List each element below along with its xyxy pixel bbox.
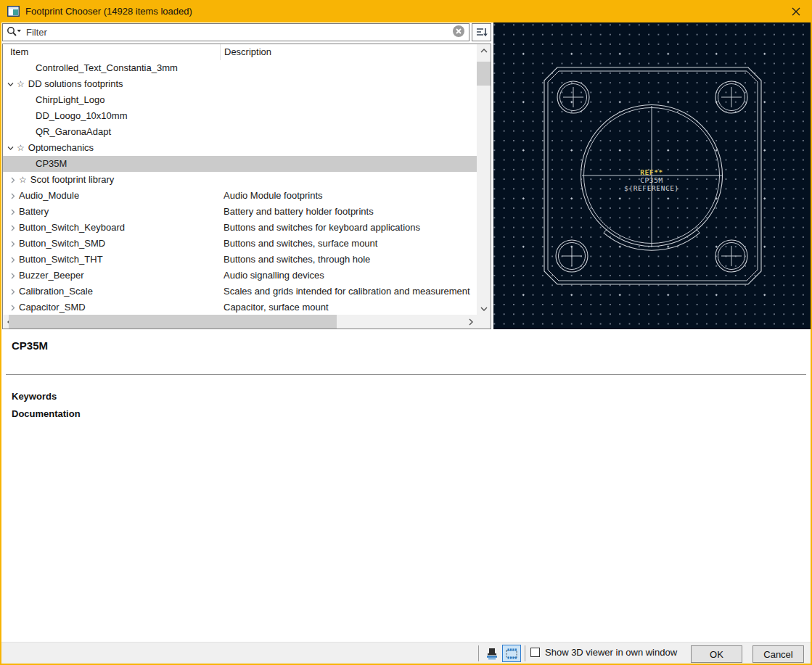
window-title: Footprint Chooser (14928 items loaded) bbox=[25, 6, 192, 17]
chevron-down-icon[interactable] bbox=[6, 144, 15, 153]
item-description: Scales and grids intended for calibratio… bbox=[223, 284, 477, 300]
list-header: Item Description bbox=[3, 44, 477, 60]
list-item[interactable]: ☆DD solutions footprints bbox=[3, 76, 477, 92]
3d-viewer-button[interactable] bbox=[483, 645, 501, 662]
chevron-right-icon[interactable] bbox=[8, 303, 17, 313]
item-label: Button_Switch_Keyboard bbox=[19, 220, 125, 236]
item-label: Buzzer_Beeper bbox=[19, 268, 84, 284]
column-header-item[interactable]: Item bbox=[10, 46, 28, 57]
divider bbox=[6, 374, 806, 375]
fp-value-label: ${REFERENCE} bbox=[624, 184, 679, 192]
list-item[interactable]: Capacitor_SMDCapacitor, surface mount bbox=[3, 300, 477, 315]
append-list-icon bbox=[475, 26, 488, 38]
list-item[interactable]: ☆Scot footprint library bbox=[3, 172, 477, 188]
item-label: Audio_Module bbox=[19, 188, 79, 204]
ok-button[interactable]: OK bbox=[691, 645, 742, 663]
list-item[interactable]: DD_Loogo_10x10mm bbox=[3, 108, 477, 124]
list-item[interactable]: ChirpLight_Logo bbox=[3, 92, 477, 108]
list-item[interactable]: Buzzer_BeeperAudio signalling devices bbox=[3, 268, 477, 284]
scroll-right-button[interactable] bbox=[464, 315, 477, 329]
footprint-chooser-dialog: Footprint Chooser (14928 items loaded) I… bbox=[0, 0, 812, 665]
footprint-tree-panel: Item Description Controlled_Text_Constan… bbox=[2, 44, 491, 329]
chevron-right-icon[interactable] bbox=[8, 255, 17, 265]
item-description: Audio signalling devices bbox=[223, 268, 477, 284]
list-item[interactable]: Controlled_Text_Constantia_3mm bbox=[3, 60, 477, 76]
list-item[interactable]: QR_GaronaAdapt bbox=[3, 124, 477, 140]
horizontal-scroll-thumb[interactable] bbox=[9, 315, 337, 329]
divider bbox=[525, 645, 525, 661]
append-list-button[interactable] bbox=[472, 23, 491, 41]
window-frame bbox=[0, 22, 1, 665]
pinned-star-icon: ☆ bbox=[17, 76, 25, 92]
chevron-down-icon bbox=[480, 307, 488, 311]
scrollbar-corner bbox=[477, 315, 491, 329]
clear-filter-button[interactable] bbox=[451, 25, 466, 39]
pinned-star-icon: ☆ bbox=[17, 140, 25, 156]
footprint-view-button[interactable] bbox=[502, 645, 521, 662]
list-item[interactable]: Audio_ModuleAudio Module footprints bbox=[3, 188, 477, 204]
horizontal-scrollbar[interactable] bbox=[3, 315, 477, 329]
list-item[interactable]: Button_Switch_KeyboardButtons and switch… bbox=[3, 220, 477, 236]
chevron-up-icon bbox=[480, 49, 488, 53]
show-3d-viewer-label: Show 3D viewer in own window bbox=[545, 647, 677, 658]
close-button[interactable] bbox=[779, 0, 812, 22]
item-label: DD_Loogo_10x10mm bbox=[36, 108, 127, 124]
item-label: Battery bbox=[19, 204, 49, 220]
titlebar[interactable]: Footprint Chooser (14928 items loaded) bbox=[0, 0, 812, 22]
documentation-label: Documentation bbox=[12, 408, 81, 419]
chevron-right-icon[interactable] bbox=[8, 287, 17, 297]
chevron-right-icon bbox=[469, 318, 473, 326]
item-label: CP35M bbox=[36, 156, 67, 172]
footprint-preview-canvas[interactable]: REF** CP35M ${REFERENCE} bbox=[493, 22, 811, 329]
item-description bbox=[223, 172, 477, 188]
item-label: Button_Switch_THT bbox=[19, 252, 103, 268]
item-description: Capacitor, surface mount bbox=[223, 300, 477, 315]
scroll-up-button[interactable] bbox=[477, 44, 491, 57]
item-label: Scot footprint library bbox=[30, 172, 115, 188]
item-description bbox=[223, 60, 477, 76]
list-item[interactable]: CP35M bbox=[3, 156, 477, 172]
chevron-right-icon[interactable] bbox=[8, 223, 17, 233]
cancel-button[interactable]: Cancel bbox=[752, 645, 804, 663]
vertical-scrollbar[interactable] bbox=[477, 44, 491, 315]
item-label: Optomechanics bbox=[28, 140, 94, 156]
selected-footprint-title: CP35M bbox=[12, 339, 48, 352]
fp-name-label: CP35M bbox=[640, 176, 663, 184]
list-item[interactable]: BatteryBattery and battery holder footpr… bbox=[3, 204, 477, 220]
column-header-description[interactable]: Description bbox=[224, 46, 271, 57]
item-label: DD solutions footprints bbox=[28, 76, 123, 92]
vertical-scroll-thumb[interactable] bbox=[477, 62, 491, 86]
chevron-right-icon[interactable] bbox=[8, 207, 17, 217]
app-window-icon bbox=[7, 6, 20, 17]
item-description: Buttons and switches, surface mount bbox=[223, 236, 477, 252]
chevron-right-icon[interactable] bbox=[8, 239, 17, 249]
scroll-down-button[interactable] bbox=[477, 302, 491, 315]
item-description bbox=[223, 108, 477, 124]
item-description: Audio Module footprints bbox=[223, 188, 477, 204]
chevron-right-icon[interactable] bbox=[8, 175, 17, 185]
3d-viewer-icon bbox=[485, 647, 499, 661]
footer-bar: Show 3D viewer in own window OK Cancel bbox=[1, 642, 811, 664]
list-item[interactable]: Button_Switch_THTButtons and switches, t… bbox=[3, 252, 477, 268]
column-divider[interactable] bbox=[220, 44, 221, 60]
list-item[interactable]: Calibration_ScaleScales and grids intend… bbox=[3, 284, 477, 300]
chevron-right-icon[interactable] bbox=[8, 271, 17, 281]
item-label: Calibration_Scale bbox=[19, 284, 93, 300]
tree-rows: Controlled_Text_Constantia_3mm☆DD soluti… bbox=[3, 60, 477, 315]
footprint-preview-icon bbox=[504, 648, 519, 660]
show-3d-viewer-checkbox[interactable] bbox=[530, 648, 540, 657]
chevron-right-icon[interactable] bbox=[8, 191, 17, 201]
item-label: Controlled_Text_Constantia_3mm bbox=[36, 60, 178, 76]
close-icon bbox=[791, 7, 801, 17]
clear-circle-icon bbox=[452, 25, 465, 38]
item-description bbox=[223, 156, 477, 172]
list-item[interactable]: ☆Optomechanics bbox=[3, 140, 477, 156]
list-item[interactable]: Button_Switch_SMDButtons and switches, s… bbox=[3, 236, 477, 252]
chevron-down-icon[interactable] bbox=[6, 80, 15, 89]
pinned-star-icon: ☆ bbox=[19, 172, 27, 188]
item-label: QR_GaronaAdapt bbox=[36, 124, 111, 140]
filter-input[interactable] bbox=[2, 23, 469, 41]
item-description bbox=[223, 124, 477, 140]
item-description bbox=[223, 92, 477, 108]
item-description bbox=[223, 76, 477, 92]
